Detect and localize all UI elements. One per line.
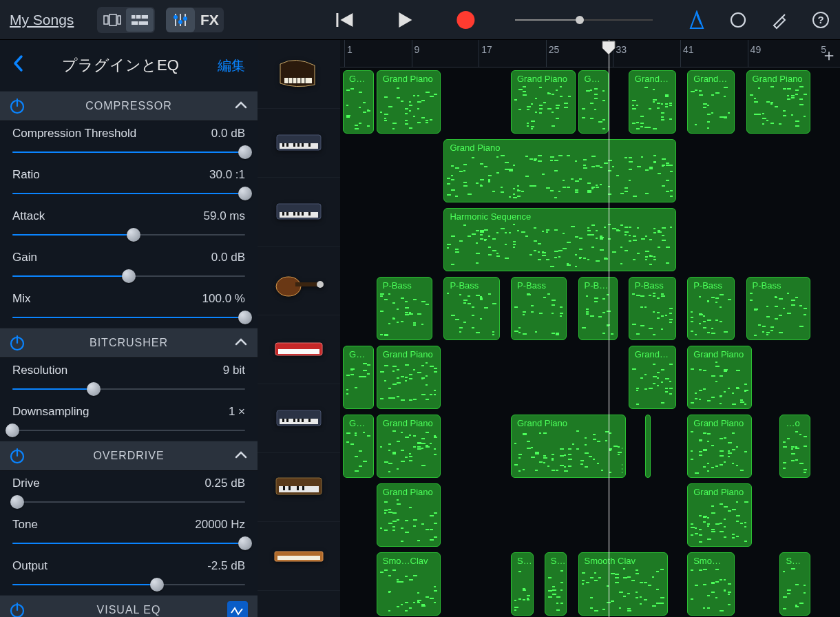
- svg-rect-39: [286, 143, 288, 147]
- region[interactable]: P-Bass: [578, 277, 618, 340]
- region[interactable]: P-Bass: [687, 277, 735, 340]
- track-header[interactable]: [258, 109, 340, 178]
- keyboard2-icon: [272, 191, 326, 233]
- region[interactable]: Gr…no: [343, 346, 374, 409]
- region[interactable]: S…v: [779, 552, 810, 616]
- mixer-icon[interactable]: [166, 8, 195, 32]
- panel-edit-button[interactable]: 編集: [218, 56, 245, 75]
- param-slider[interactable]: [12, 381, 245, 397]
- fx-button[interactable]: FX: [195, 8, 224, 32]
- region[interactable]: Grand Piano: [377, 70, 441, 134]
- region[interactable]: Grand Piano: [687, 346, 752, 409]
- svg-marker-16: [399, 12, 412, 28]
- settings-icon[interactable]: [768, 9, 790, 31]
- param-slider[interactable]: [12, 310, 245, 325]
- effect-header[interactable]: OVERDRIVE: [0, 441, 258, 471]
- track-header[interactable]: [258, 453, 340, 522]
- param-row: Tone20000 Hz: [0, 512, 258, 554]
- region-name: Grand Piano: [688, 415, 751, 430]
- region[interactable]: P-Bass: [629, 277, 676, 340]
- view-tracks-icon[interactable]: [98, 8, 126, 32]
- region[interactable]: Grand Piano: [377, 483, 441, 547]
- region[interactable]: Grand Piano: [687, 70, 735, 134]
- loop-icon[interactable]: [727, 9, 749, 31]
- svg-marker-17: [691, 12, 703, 28]
- region[interactable]: Gr…no: [343, 415, 374, 478]
- region[interactable]: Grand Piano: [629, 70, 676, 134]
- region[interactable]: Grand Piano: [377, 346, 441, 409]
- region[interactable]: Gr…no: [343, 70, 374, 134]
- region[interactable]: P-Bass: [746, 277, 811, 340]
- midi-notes-icon: [514, 293, 563, 337]
- effect-header[interactable]: VISUAL EQ: [0, 595, 258, 617]
- effect-header[interactable]: BITCRUSHER: [0, 328, 258, 358]
- region[interactable]: P-Bass: [443, 277, 499, 340]
- regions-canvas[interactable]: Gr…noGrand PianoGrand PianoGr…noGrand Pi…: [340, 67, 840, 617]
- region[interactable]: Smo…Clav: [377, 552, 441, 616]
- position-scrubber[interactable]: [515, 13, 653, 27]
- timeline-ruler[interactable]: ＋ 1917253341495: [340, 40, 840, 67]
- region[interactable]: Grand Piano: [377, 415, 441, 478]
- record-button[interactable]: [452, 6, 479, 34]
- region[interactable]: P-Bass: [511, 277, 567, 340]
- region[interactable]: Smooth Clav: [578, 552, 668, 616]
- metronome-icon[interactable]: [686, 9, 708, 31]
- region[interactable]: …o: [779, 415, 810, 478]
- region-name: Gr…no: [344, 415, 373, 430]
- power-icon[interactable]: [8, 447, 26, 465]
- midi-notes-icon: [691, 86, 731, 130]
- region[interactable]: Harmonic Sequence: [443, 208, 676, 271]
- region[interactable]: P-Bass: [377, 277, 432, 340]
- rewind-button[interactable]: [330, 6, 358, 34]
- track-header[interactable]: [258, 40, 340, 109]
- region[interactable]: Smo…Clav: [687, 552, 735, 616]
- power-icon[interactable]: [8, 334, 26, 352]
- region-name: P-Bass: [688, 278, 734, 292]
- param-slider[interactable]: [12, 536, 245, 551]
- param-slider[interactable]: [12, 577, 245, 592]
- svg-rect-48: [293, 212, 295, 216]
- region[interactable]: [645, 415, 651, 478]
- param-slider[interactable]: [12, 269, 245, 284]
- track-headers: [258, 40, 340, 617]
- panel-header: プラグインとEQ 編集: [0, 40, 258, 91]
- track-header[interactable]: [258, 384, 340, 453]
- region[interactable]: S…v: [545, 552, 567, 616]
- effect-name: OVERDRIVE: [93, 450, 164, 462]
- playhead[interactable]: [609, 40, 609, 617]
- region[interactable]: S…v: [511, 552, 534, 616]
- topbar-right: ?: [686, 9, 832, 31]
- region[interactable]: Grand Piano: [629, 346, 676, 409]
- track-header[interactable]: [258, 315, 340, 384]
- track-lane: Smo…ClavS…vS…vSmooth ClavSmo…ClavS…v: [340, 550, 840, 617]
- effect-header[interactable]: COMPRESSOR: [0, 91, 258, 121]
- region[interactable]: Gr…no: [578, 70, 609, 134]
- help-icon[interactable]: ?: [810, 9, 832, 31]
- region-name: S…v: [545, 553, 567, 567]
- power-icon[interactable]: [8, 601, 26, 617]
- region[interactable]: Grand Piano: [443, 139, 676, 202]
- track-header[interactable]: [258, 247, 340, 315]
- param-label: Drive: [12, 477, 40, 490]
- track-header[interactable]: [258, 522, 340, 591]
- play-button[interactable]: [391, 6, 419, 34]
- region[interactable]: Grand Piano: [687, 415, 752, 478]
- param-slider[interactable]: [12, 145, 245, 160]
- region[interactable]: Grand Piano: [746, 70, 811, 134]
- svg-marker-15: [340, 13, 353, 27]
- power-icon[interactable]: [8, 97, 26, 115]
- param-slider[interactable]: [12, 494, 245, 510]
- region[interactable]: Grand Piano: [687, 483, 752, 547]
- svg-point-19: [731, 13, 745, 27]
- param-slider[interactable]: [12, 423, 245, 438]
- my-songs-link[interactable]: My Songs: [10, 12, 74, 28]
- eq-tile-icon[interactable]: [227, 601, 248, 617]
- region[interactable]: Grand Piano: [511, 70, 576, 134]
- track-header[interactable]: [258, 178, 340, 247]
- param-slider[interactable]: [12, 227, 245, 242]
- view-regions-icon[interactable]: [126, 8, 154, 32]
- region-name: Gr…no: [344, 71, 373, 85]
- svg-rect-1: [109, 14, 116, 25]
- back-button[interactable]: [12, 54, 23, 77]
- param-slider[interactable]: [12, 186, 245, 201]
